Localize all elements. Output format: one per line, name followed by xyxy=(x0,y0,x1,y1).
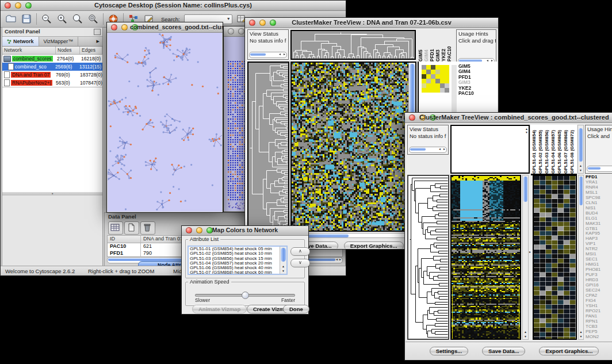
zoom-out-icon[interactable] xyxy=(41,13,52,25)
array-label[interactable]: GIM4 xyxy=(423,29,429,62)
open-folder-icon[interactable] xyxy=(5,13,17,25)
array-label[interactable]: YKE2 xyxy=(441,29,446,62)
array-label[interactable]: GPL51-03 (GSM856) xyxy=(544,125,550,174)
similarity-matrix[interactable] xyxy=(422,65,449,93)
heatmap-canvas[interactable] xyxy=(292,63,408,231)
similarity-cell xyxy=(422,88,426,93)
array-label[interactable]: GPL51-08 (GSM872) xyxy=(569,125,575,174)
gene-label[interactable]: PAC10 xyxy=(458,91,474,96)
array-label[interactable]: GPL51-07 (GSM868) xyxy=(563,125,569,174)
network-row[interactable]: combined_scores 2764(0) 16218(0) xyxy=(2,55,102,63)
network-row-selected[interactable]: combined_sco 2569(6) 13112(15) xyxy=(2,63,102,71)
panel-splitter[interactable]: ● xyxy=(2,192,102,196)
desktop: { "colors": { "accent_blue": "#3875d7", … xyxy=(0,0,612,364)
array-label-pane: GIM5GIM4PFD1GIM3YKE2PAC10 xyxy=(418,29,454,63)
panel-hscrollbar[interactable]: ◂▸ xyxy=(409,147,447,153)
toolbar-separator xyxy=(36,13,37,25)
titlebar[interactable]: combined_scores_good.txt--cluste... xyxy=(107,22,223,33)
network-canvas[interactable] xyxy=(108,33,222,212)
delete-attribute-icon[interactable] xyxy=(140,221,155,235)
titlebar[interactable]: ClusterMaker TreeView : combined_scores_… xyxy=(405,113,612,123)
panel-hscrollbar[interactable] xyxy=(587,166,612,172)
move-up-button[interactable]: ∧ xyxy=(290,247,310,256)
move-down-button[interactable]: ∨ xyxy=(290,259,310,267)
tab-overflow-button[interactable]: ▶ xyxy=(94,37,102,46)
array-label[interactable]: PAC10 xyxy=(446,29,452,62)
zoom-vscrollbar[interactable]: ▲▼ xyxy=(578,175,584,340)
heatmap-pane[interactable]: ▲▼ xyxy=(290,62,416,232)
network-row[interactable]: RNAPuberNov2+| 563(0) 107847(0) xyxy=(2,79,102,87)
treeview-action-button[interactable]: Export Graphics... xyxy=(344,242,404,248)
animate-vizmap-button[interactable]: Animate Vizmap xyxy=(192,305,247,313)
gene-label[interactable]: MON2 xyxy=(586,335,612,340)
zoom-selected-icon[interactable] xyxy=(72,13,83,25)
treeview-action-button[interactable]: Settings... xyxy=(430,347,468,355)
array-label[interactable]: GPL51-04 (GSM857) xyxy=(550,125,556,174)
close-button[interactable] xyxy=(228,28,234,35)
splitter-arrow-icon[interactable]: ▸ xyxy=(529,250,531,254)
similarity-cell xyxy=(435,79,440,83)
zoom-heatmap-canvas[interactable] xyxy=(534,176,576,339)
select-attributes-icon[interactable] xyxy=(108,221,123,235)
heatmap-canvas[interactable] xyxy=(452,176,520,339)
array-label[interactable]: GIM5 xyxy=(418,29,423,62)
label-vscrollbar[interactable]: ▲▼ xyxy=(577,125,584,174)
list-vscrollbar[interactable]: ▲▼ xyxy=(280,247,286,274)
panel-hscrollbar[interactable]: ◂▸ xyxy=(249,52,287,58)
float-panel-icon[interactable] xyxy=(94,29,101,35)
array-label[interactable]: GIM3 xyxy=(435,29,441,62)
row-dendrogram-pane[interactable] xyxy=(247,62,289,232)
row-dendrogram-pane[interactable] xyxy=(407,175,449,340)
titlebar[interactable]: Map Colors to Network xyxy=(182,226,308,236)
main-titlebar[interactable]: Cytoscape Desktop (Session Name: collins… xyxy=(1,1,346,11)
save-icon[interactable] xyxy=(21,13,32,25)
similarity-cell xyxy=(426,74,431,79)
matrix-scroll-track[interactable] xyxy=(452,65,457,117)
column-dendrogram-pane[interactable]: ▲▼ xyxy=(450,125,530,174)
usage-hints-panel: Usage Hints Click and xyxy=(585,125,612,174)
titlebar[interactable]: ClusterMaker TreeView : DNA and Tran 07-… xyxy=(245,18,498,28)
usage-hints-panel: Usage Hints Click and drag to ◂▸ xyxy=(456,29,496,66)
faster-label: Faster xyxy=(281,297,295,303)
speed-slider[interactable] xyxy=(195,294,295,297)
similarity-cell xyxy=(435,88,440,93)
slider-thumb[interactable] xyxy=(242,292,249,299)
array-label[interactable]: GPL51-01 (GSM854) xyxy=(531,125,537,174)
tab-vizmapper[interactable]: VizMapper™ xyxy=(39,37,79,46)
similarity-cell xyxy=(431,70,435,74)
treeview-action-button[interactable]: Export Graphics... xyxy=(539,347,599,355)
close-button[interactable] xyxy=(111,24,117,30)
dialog-title: Map Colors to Network xyxy=(182,227,308,233)
done-button[interactable]: Done xyxy=(283,305,309,313)
array-label[interactable]: GPL51-06 (GSM865) xyxy=(556,125,563,174)
similarity-cell xyxy=(422,74,426,79)
similarity-cell xyxy=(440,83,445,88)
zoom-fit-icon[interactable] xyxy=(87,13,99,25)
attribute-list-item[interactable]: GPL51-07 (GSM868) heat shock 60 min xyxy=(189,270,286,275)
animation-speed-label: Animation Speed xyxy=(188,279,231,285)
minimize-button[interactable] xyxy=(121,24,128,30)
heatmap-pane[interactable] xyxy=(450,175,521,340)
tab-network[interactable]: Network xyxy=(2,37,39,46)
array-label[interactable]: GPL51-02 (GSM855) xyxy=(537,125,544,174)
view-status-panel: View Status No status info f ◂▸ xyxy=(407,125,449,155)
main-window-title: Cytoscape Desktop (Session Name: collins… xyxy=(1,2,346,9)
network-table-header: Network Nodes Edges xyxy=(2,47,102,55)
chevron-down-icon[interactable]: ▼ xyxy=(227,17,231,21)
minimize-button[interactable] xyxy=(238,28,244,35)
heatmap-vscrollbar[interactable]: ▲▼ xyxy=(522,175,529,340)
similarity-cell xyxy=(422,83,426,88)
scroll-arrow-icon[interactable]: ▲▼ xyxy=(525,127,528,134)
new-attribute-icon[interactable] xyxy=(124,221,139,235)
zoom-in-icon[interactable] xyxy=(56,13,68,25)
document-icon xyxy=(4,79,10,86)
map-colors-dialog: Map Colors to Network Attribute List GPL… xyxy=(181,225,309,315)
similarity-cell xyxy=(422,79,426,83)
treeview-action-button[interactable]: Save Data... xyxy=(482,347,525,355)
network-icon xyxy=(7,39,12,44)
zoom-heatmap-pane[interactable] xyxy=(533,175,577,340)
network-row[interactable]: DNA and Tran 07 769(0) 183728(0) xyxy=(2,71,102,79)
column-dendrogram-pane[interactable] xyxy=(290,30,416,60)
array-label[interactable]: PFD1 xyxy=(429,29,435,62)
network-view-window: combined_scores_good.txt--cluste... xyxy=(106,22,223,213)
